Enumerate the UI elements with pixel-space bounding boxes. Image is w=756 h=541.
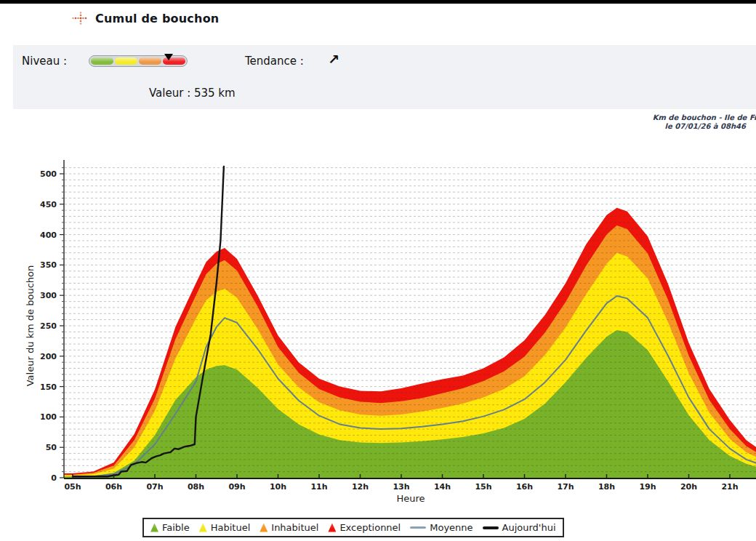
svg-text:Valeur du km de bouchon: Valeur du km de bouchon [25, 265, 36, 387]
niveau-gauge [89, 55, 188, 67]
gauge-segment-yellow [115, 57, 137, 65]
svg-text:200: 200 [40, 352, 57, 361]
svg-text:17h: 17h [557, 482, 574, 492]
title-row: Cumul de bouchon [71, 11, 219, 25]
svg-text:20h: 20h [680, 482, 697, 492]
svg-text:11h: 11h [310, 482, 327, 492]
legend-item-habituel: Habituel [199, 522, 251, 533]
legend-label-faible: Faible [162, 522, 190, 533]
gauge-marker-icon [164, 54, 173, 60]
svg-text:13h: 13h [393, 482, 409, 492]
legend-item-aujourdhui: Aujourd'hui [483, 522, 556, 533]
svg-text:16h: 16h [516, 482, 533, 492]
svg-text:500: 500 [40, 169, 57, 179]
svg-text:14h: 14h [434, 482, 451, 492]
valeur-label: Valeur : [149, 87, 190, 100]
svg-text:19h: 19h [639, 482, 656, 492]
svg-text:150: 150 [40, 382, 57, 392]
svg-text:15h: 15h [475, 482, 491, 492]
valeur-value: 535 km [194, 87, 236, 100]
chart-legend: Faible Habituel Inhabituel Exceptionnel … [142, 518, 564, 537]
legend-label-exceptionnel: Exceptionnel [339, 522, 401, 533]
svg-text:350: 350 [40, 260, 57, 270]
legend-label-inhabituel: Inhabituel [271, 522, 318, 533]
legend-label-moyenne: Moyenne [430, 522, 472, 533]
top-black-bar [0, 0, 756, 4]
trend-up-arrow-icon: ↗ [328, 51, 339, 67]
svg-text:07h: 07h [146, 482, 163, 492]
caption-line2: le 07/01/26 à 08h46 [640, 122, 756, 131]
svg-text:06h: 06h [105, 482, 122, 492]
status-panel: Niveau : Tendance : ↗ Valeur : 535 km [13, 45, 756, 109]
dotted-cross-icon [71, 11, 89, 25]
tendance-label: Tendance : [245, 55, 304, 68]
legend-item-exceptionnel: Exceptionnel [328, 522, 401, 533]
svg-text:05h: 05h [64, 482, 81, 492]
aujourdhui-line-icon [483, 526, 499, 529]
faible-marker-icon [150, 524, 158, 532]
svg-text:21h: 21h [721, 482, 738, 492]
moyenne-line-icon [410, 526, 426, 529]
svg-text:100: 100 [40, 412, 57, 422]
niveau-label: Niveau : [22, 55, 67, 68]
habituel-marker-icon [199, 524, 207, 532]
svg-text:08h: 08h [188, 482, 204, 492]
svg-text:0: 0 [51, 473, 57, 483]
svg-text:450: 450 [40, 200, 57, 209]
svg-text:300: 300 [40, 291, 57, 300]
chart-caption: Km de bouchon - Ile de Fr le 07/01/26 à … [640, 113, 756, 131]
gauge-segment-orange [139, 57, 161, 65]
traffic-chart: 05010015020025030035040045050005h06h07h0… [0, 138, 756, 513]
legend-label-habituel: Habituel [211, 522, 251, 533]
svg-text:Heure: Heure [396, 493, 425, 504]
legend-item-moyenne: Moyenne [410, 522, 472, 533]
legend-item-inhabituel: Inhabituel [260, 522, 318, 533]
svg-text:400: 400 [40, 231, 57, 240]
legend-label-aujourdhui: Aujourd'hui [502, 522, 556, 533]
inhabituel-marker-icon [260, 524, 268, 532]
legend-item-faible: Faible [150, 522, 190, 533]
svg-text:250: 250 [40, 321, 57, 331]
caption-line1: Km de bouchon - Ile de Fr [640, 113, 756, 122]
exceptionnel-marker-icon [328, 524, 336, 532]
svg-text:09h: 09h [228, 482, 245, 492]
svg-text:50: 50 [46, 443, 57, 452]
page-title: Cumul de bouchon [95, 12, 219, 25]
svg-text:18h: 18h [598, 482, 615, 492]
gauge-segment-green [91, 57, 113, 65]
svg-text:12h: 12h [352, 482, 369, 492]
svg-text:10h: 10h [270, 482, 286, 492]
valeur-text: Valeur : 535 km [149, 87, 236, 100]
